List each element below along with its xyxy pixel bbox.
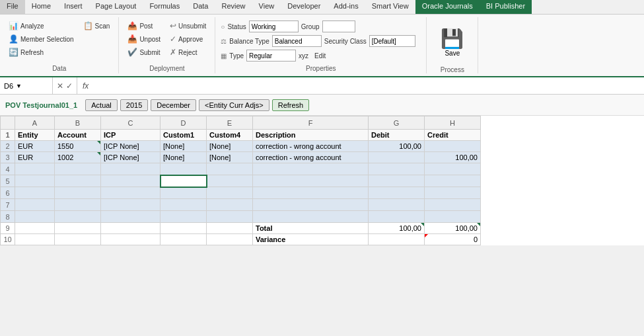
cell-a10[interactable] [15, 234, 55, 245]
cell-f1[interactable]: Description [253, 130, 369, 141]
group-input[interactable] [322, 21, 355, 32]
unsubmit-button[interactable]: ↩ Unsubmit [166, 20, 209, 32]
col-header-a[interactable]: A [15, 116, 55, 130]
menu-file[interactable]: File [0, 0, 25, 14]
cell-b10[interactable] [55, 234, 101, 245]
cell-h7[interactable] [425, 199, 481, 211]
cell-g2[interactable]: 100,00 [369, 141, 425, 152]
cell-a1[interactable]: Entity [15, 130, 55, 141]
menu-review[interactable]: Review [215, 0, 252, 14]
cell-a2[interactable]: EUR [15, 141, 55, 152]
balance-type-input[interactable] [272, 35, 322, 47]
menu-view[interactable]: View [252, 0, 281, 14]
cell-e4[interactable] [207, 163, 253, 175]
menu-insert[interactable]: Insert [57, 0, 89, 14]
formula-input[interactable] [94, 82, 644, 90]
pov-actual-button[interactable]: Actual [85, 99, 118, 111]
pov-year-button[interactable]: 2015 [120, 99, 148, 111]
cell-f8[interactable] [253, 211, 369, 223]
col-header-d[interactable]: D [161, 116, 207, 130]
scan-button[interactable]: 📋 Scan [80, 20, 114, 32]
cell-f3[interactable]: correction - wrong account [253, 152, 369, 163]
menu-data[interactable]: Data [186, 0, 215, 14]
reject-button[interactable]: ✗ Reject [166, 46, 209, 58]
cell-h4[interactable] [425, 163, 481, 175]
cell-g7[interactable] [369, 199, 425, 211]
cell-d6[interactable] [161, 187, 207, 199]
status-input[interactable] [249, 21, 299, 32]
cell-b6[interactable] [55, 187, 101, 199]
cell-a6[interactable] [15, 187, 55, 199]
cell-name-dropdown-icon[interactable]: ▼ [16, 83, 22, 89]
cell-b1[interactable]: Account [55, 130, 101, 141]
cell-g8[interactable] [369, 211, 425, 223]
cell-c2[interactable]: [ICP None] [101, 141, 161, 152]
cell-h5[interactable] [425, 175, 481, 187]
cell-e8[interactable] [207, 211, 253, 223]
security-class-input[interactable] [369, 35, 415, 47]
cell-d3[interactable]: [None] [161, 152, 207, 163]
edit-button[interactable]: Edit [311, 51, 329, 61]
cell-a9[interactable] [15, 223, 55, 234]
member-selection-button[interactable]: 👤 Member Selection [5, 33, 77, 45]
cell-c6[interactable] [101, 187, 161, 199]
cell-h3[interactable]: 100,00 [425, 152, 481, 163]
cell-a7[interactable] [15, 199, 55, 211]
cell-c3[interactable]: [ICP None] [101, 152, 161, 163]
cell-f10[interactable]: Variance [253, 234, 369, 245]
cell-c7[interactable] [101, 199, 161, 211]
cell-g5[interactable] [369, 175, 425, 187]
cell-e6[interactable] [207, 187, 253, 199]
cell-f2[interactable]: correction - wrong account [253, 141, 369, 152]
cell-g3[interactable] [369, 152, 425, 163]
menu-home[interactable]: Home [25, 0, 57, 14]
refresh-data-button[interactable]: 🔄 Refresh [5, 46, 77, 58]
col-header-b[interactable]: B [55, 116, 101, 130]
cell-c10[interactable] [101, 234, 161, 245]
cell-b2[interactable]: 1550 [55, 141, 101, 152]
cell-f6[interactable] [253, 187, 369, 199]
cell-d8[interactable] [161, 211, 207, 223]
cell-c8[interactable] [101, 211, 161, 223]
cell-e1[interactable]: Custom4 [207, 130, 253, 141]
cell-c1[interactable]: ICP [101, 130, 161, 141]
cell-d9[interactable] [161, 223, 207, 234]
analyze-button[interactable]: 📊 Analyze [5, 20, 77, 32]
cell-h10[interactable]: 0 [425, 234, 481, 245]
col-header-h[interactable]: H [425, 116, 481, 130]
type-input[interactable] [246, 50, 296, 62]
pov-refresh-button[interactable]: Refresh [272, 99, 310, 111]
col-header-g[interactable]: G [369, 116, 425, 130]
cell-b8[interactable] [55, 211, 101, 223]
menu-formulas[interactable]: Formulas [143, 0, 186, 14]
cell-g1[interactable]: Debit [369, 130, 425, 141]
cell-e10[interactable] [207, 234, 253, 245]
cell-g10[interactable] [369, 234, 425, 245]
cell-e7[interactable] [207, 199, 253, 211]
cell-f5[interactable] [253, 175, 369, 187]
cell-c9[interactable] [101, 223, 161, 234]
cell-h8[interactable] [425, 211, 481, 223]
cell-g9[interactable]: 100,00 [369, 223, 425, 234]
cell-d4[interactable] [161, 163, 207, 175]
cell-e2[interactable]: [None] [207, 141, 253, 152]
menu-page-layout[interactable]: Page Layout [89, 0, 143, 14]
cell-f9[interactable]: Total [253, 223, 369, 234]
cell-b4[interactable] [55, 163, 101, 175]
cell-a3[interactable]: EUR [15, 152, 55, 163]
cell-d10[interactable] [161, 234, 207, 245]
menu-oracle-journals[interactable]: Oracle Journals [415, 0, 480, 14]
cell-a4[interactable] [15, 163, 55, 175]
col-header-f[interactable]: F [253, 116, 369, 130]
menu-smart-view[interactable]: Smart View [365, 0, 415, 14]
pov-entity-button[interactable]: <Entity Curr Adjs> [199, 99, 269, 111]
cell-h2[interactable] [425, 141, 481, 152]
cell-d1[interactable]: Custom1 [161, 130, 207, 141]
cell-c4[interactable] [101, 163, 161, 175]
approve-button[interactable]: ✓ Approve [166, 33, 209, 45]
menu-developer[interactable]: Developer [281, 0, 327, 14]
submit-button[interactable]: ✔️ Submit [124, 46, 164, 58]
cell-a5[interactable] [15, 175, 55, 187]
cell-g4[interactable] [369, 163, 425, 175]
unpost-button[interactable]: 📥 Unpost [124, 33, 164, 45]
